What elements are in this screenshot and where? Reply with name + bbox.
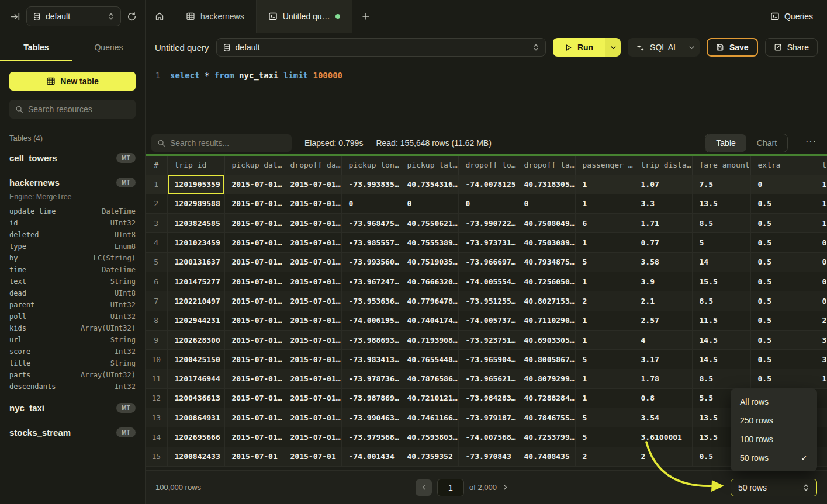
cell[interactable]: 0.8 (634, 388, 692, 408)
cell[interactable]: 40.7876586… (400, 369, 458, 388)
cell[interactable]: 3.9 (634, 272, 692, 291)
rows-option-100-rows[interactable]: 100 rows (731, 430, 817, 449)
cell[interactable]: 2015-07-01… (224, 233, 283, 252)
cell[interactable]: -73.993560… (341, 252, 400, 272)
row-number[interactable]: 13 (146, 408, 167, 427)
cell[interactable]: 40.7210121… (400, 388, 458, 408)
cell[interactable]: 2015-07-01… (224, 408, 283, 427)
cell[interactable]: 1202989588 (167, 194, 224, 213)
column-header[interactable]: trip_dista… (634, 156, 692, 175)
column-header[interactable]: trip_id (167, 156, 224, 175)
column-header[interactable]: # (146, 156, 167, 175)
cell[interactable]: 13.5 (692, 194, 750, 213)
column-header[interactable]: pickup_lon… (341, 156, 400, 175)
cell[interactable]: 2015-07-01… (283, 272, 341, 291)
cell[interactable]: 1.71 (634, 214, 692, 233)
row-number[interactable]: 6 (146, 272, 167, 291)
row-number[interactable]: 8 (146, 311, 167, 330)
cell[interactable]: 2015-07-01… (283, 408, 341, 427)
cell[interactable]: -73.965621… (458, 369, 517, 388)
cell[interactable]: 40.7354316… (400, 175, 458, 194)
cell[interactable]: 1 (575, 388, 634, 408)
cell[interactable]: -73.970843 (458, 447, 517, 466)
cell[interactable]: 40.7318305… (517, 175, 575, 194)
cell[interactable]: 40.7846755… (517, 408, 575, 427)
cell[interactable]: 2015-07-01 (224, 447, 283, 466)
cell[interactable]: 2015-07-01… (224, 252, 283, 272)
sidebar-tab-queries[interactable]: Queries (72, 33, 145, 61)
cell[interactable]: 1201746944 (167, 369, 224, 388)
cell[interactable]: 0 (815, 233, 827, 252)
cell[interactable]: -74.006195… (341, 311, 400, 330)
page-number-input[interactable] (437, 479, 464, 496)
run-button[interactable]: Run (553, 38, 605, 57)
sidebar-table-hackernews[interactable]: hackernews MT (9, 173, 136, 192)
cell[interactable]: -74.007568… (458, 427, 517, 447)
rows-option-250-rows[interactable]: 250 rows (731, 411, 817, 430)
row-number[interactable]: 2 (146, 194, 167, 213)
cell[interactable]: 0 (517, 194, 575, 213)
cell[interactable]: 5 (692, 233, 750, 252)
row-number[interactable]: 14 (146, 427, 167, 447)
sidebar-tab-tables[interactable]: Tables (0, 33, 72, 61)
cell[interactable]: 2015-07-01… (224, 369, 283, 388)
cell[interactable]: 2015-07-01… (224, 311, 283, 330)
cell[interactable]: 0 (815, 252, 827, 272)
cell[interactable]: -73.984283… (458, 388, 517, 408)
cell[interactable]: 40.7503089… (517, 233, 575, 252)
column-header[interactable]: dropoff_lo… (458, 156, 517, 175)
row-number[interactable]: 4 (146, 233, 167, 252)
cell[interactable]: 2015-07-01… (224, 194, 283, 213)
cell[interactable]: -73.985557… (341, 233, 400, 252)
collapse-sidebar-button[interactable] (11, 12, 20, 22)
cell[interactable]: 3.6100001 (634, 427, 692, 447)
cell[interactable]: 3.54 (634, 408, 692, 427)
cell[interactable]: 1 (575, 330, 634, 349)
cell[interactable]: 40.7796478… (400, 291, 458, 311)
cell[interactable]: 5 (575, 427, 634, 447)
cell[interactable]: 1202944231 (167, 311, 224, 330)
cell[interactable]: 3 (815, 330, 827, 349)
column-header[interactable]: pickup_dat… (224, 156, 283, 175)
cell[interactable]: 40.8005867… (517, 350, 575, 369)
sql-ai-button[interactable]: SQL AI (628, 38, 684, 57)
new-tab-button[interactable] (352, 0, 379, 33)
cell[interactable]: 1 (815, 214, 827, 233)
resource-search-input[interactable] (28, 105, 130, 114)
cell[interactable]: 1202210497 (167, 291, 224, 311)
cell[interactable]: 3.58 (634, 252, 692, 272)
sidebar-table-nyc-taxi[interactable]: nyc_taxi MT (9, 398, 136, 417)
cell[interactable]: 8.5 (692, 214, 750, 233)
cell[interactable]: 2015-07-01… (224, 350, 283, 369)
cell[interactable]: 40.7508049… (517, 214, 575, 233)
cell[interactable]: -73.967247… (341, 272, 400, 291)
cell[interactable]: -74.0078125 (458, 175, 517, 194)
cell[interactable]: 2015-07-01 (283, 447, 341, 466)
cell[interactable]: 14 (692, 252, 750, 272)
cell[interactable]: 40.7555389… (400, 233, 458, 252)
cell[interactable]: 40.7110290… (517, 311, 575, 330)
row-number[interactable]: 9 (146, 330, 167, 349)
cell[interactable]: -73.951255… (458, 291, 517, 311)
cell[interactable]: 40.7519035… (400, 252, 458, 272)
results-search-input[interactable] (170, 138, 286, 148)
cell[interactable]: 2 (575, 447, 634, 466)
row-number[interactable]: 5 (146, 252, 167, 272)
cell[interactable]: 40.7593803… (400, 427, 458, 447)
cell[interactable]: 2015-07-01… (283, 427, 341, 447)
column-header[interactable]: dropoff_la… (517, 156, 575, 175)
view-toggle-chart[interactable]: Chart (746, 134, 787, 152)
cell[interactable]: 2015-07-01… (283, 233, 341, 252)
cell[interactable]: 0 (341, 194, 400, 213)
cell[interactable]: 0.5 (750, 252, 815, 272)
rows-per-page-select[interactable]: 50 rows (731, 479, 817, 496)
cell[interactable]: -74.005737… (458, 311, 517, 330)
cell[interactable]: 1200131637 (167, 252, 224, 272)
cell[interactable]: -73.923751… (458, 330, 517, 349)
cell[interactable]: 1 (575, 194, 634, 213)
cell[interactable]: 2015-07-01… (224, 291, 283, 311)
column-header[interactable]: dropoff_da… (283, 156, 341, 175)
row-number[interactable]: 15 (146, 447, 167, 466)
cell[interactable]: 0 (750, 175, 815, 194)
row-number[interactable]: 7 (146, 291, 167, 311)
